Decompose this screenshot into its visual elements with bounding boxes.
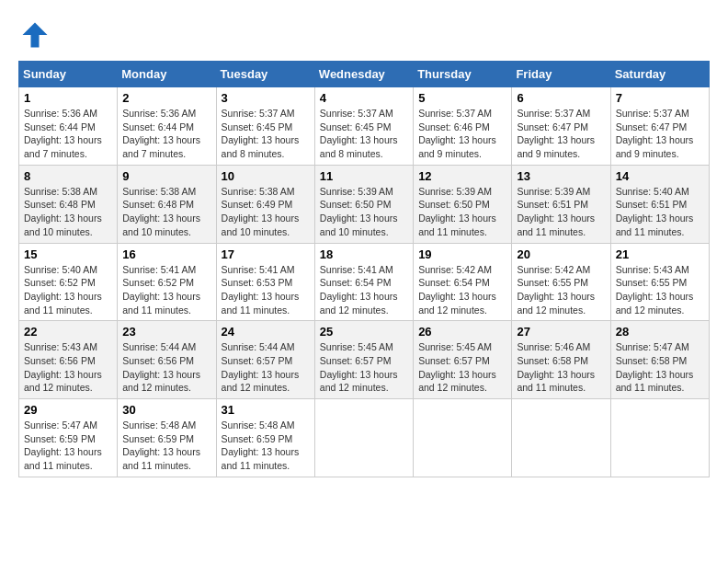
- page-header: [18, 18, 710, 52]
- table-row: 4Sunrise: 5:37 AMSunset: 6:45 PMDaylight…: [314, 87, 413, 166]
- day-number: 4: [320, 91, 408, 105]
- day-number: 2: [122, 91, 210, 105]
- table-row: 23Sunrise: 5:44 AMSunset: 6:56 PMDayligh…: [118, 321, 216, 399]
- table-row: 10Sunrise: 5:38 AMSunset: 6:49 PMDayligh…: [216, 165, 314, 243]
- day-number: 13: [517, 169, 605, 183]
- day-info: Sunrise: 5:39 AMSunset: 6:51 PMDaylight:…: [517, 185, 605, 239]
- day-info: Sunrise: 5:37 AMSunset: 6:45 PMDaylight:…: [320, 107, 408, 161]
- day-info: Sunrise: 5:46 AMSunset: 6:58 PMDaylight:…: [517, 340, 605, 395]
- day-number: 8: [24, 169, 112, 183]
- day-info: Sunrise: 5:37 AMSunset: 6:47 PMDaylight:…: [517, 107, 605, 161]
- table-row: [414, 399, 512, 477]
- header-sunday: Sunday: [19, 62, 118, 87]
- table-row: 13Sunrise: 5:39 AMSunset: 6:51 PMDayligh…: [512, 165, 610, 243]
- calendar-week-4: 22Sunrise: 5:43 AMSunset: 6:56 PMDayligh…: [19, 321, 710, 399]
- table-row: 19Sunrise: 5:42 AMSunset: 6:54 PMDayligh…: [414, 243, 512, 321]
- table-row: 6Sunrise: 5:37 AMSunset: 6:47 PMDaylight…: [512, 87, 610, 166]
- table-row: 20Sunrise: 5:42 AMSunset: 6:55 PMDayligh…: [512, 243, 610, 321]
- day-number: 29: [24, 403, 112, 417]
- table-row: [512, 399, 610, 477]
- table-row: [610, 399, 709, 477]
- table-row: [314, 399, 413, 477]
- day-info: Sunrise: 5:48 AMSunset: 6:59 PMDaylight:…: [122, 419, 210, 473]
- table-row: 18Sunrise: 5:41 AMSunset: 6:54 PMDayligh…: [314, 243, 413, 321]
- header-thursday: Thursday: [414, 62, 512, 87]
- day-number: 30: [122, 403, 210, 417]
- day-number: 11: [320, 169, 408, 183]
- header-tuesday: Tuesday: [216, 62, 314, 87]
- day-number: 27: [517, 325, 605, 339]
- day-info: Sunrise: 5:43 AMSunset: 6:55 PMDaylight:…: [616, 263, 704, 317]
- table-row: 26Sunrise: 5:45 AMSunset: 6:57 PMDayligh…: [414, 321, 512, 399]
- table-row: 31Sunrise: 5:48 AMSunset: 6:59 PMDayligh…: [216, 399, 314, 477]
- calendar-week-2: 8Sunrise: 5:38 AMSunset: 6:48 PMDaylight…: [19, 165, 710, 243]
- day-number: 14: [616, 169, 704, 183]
- table-row: 15Sunrise: 5:40 AMSunset: 6:52 PMDayligh…: [19, 243, 118, 321]
- table-row: 11Sunrise: 5:39 AMSunset: 6:50 PMDayligh…: [314, 165, 413, 243]
- day-number: 24: [222, 325, 310, 339]
- day-info: Sunrise: 5:40 AMSunset: 6:51 PMDaylight:…: [616, 185, 704, 239]
- day-info: Sunrise: 5:47 AMSunset: 6:59 PMDaylight:…: [24, 419, 112, 473]
- table-row: 17Sunrise: 5:41 AMSunset: 6:53 PMDayligh…: [216, 243, 314, 321]
- day-info: Sunrise: 5:41 AMSunset: 6:53 PMDaylight:…: [222, 263, 310, 317]
- table-row: 24Sunrise: 5:44 AMSunset: 6:57 PMDayligh…: [216, 321, 314, 399]
- day-number: 18: [320, 247, 408, 261]
- day-number: 5: [418, 91, 506, 105]
- table-row: 16Sunrise: 5:41 AMSunset: 6:52 PMDayligh…: [118, 243, 216, 321]
- day-number: 31: [222, 403, 310, 417]
- day-number: 9: [122, 169, 210, 183]
- day-info: Sunrise: 5:36 AMSunset: 6:44 PMDaylight:…: [24, 107, 112, 161]
- header-saturday: Saturday: [610, 62, 709, 87]
- day-number: 20: [517, 247, 605, 261]
- day-number: 28: [616, 325, 704, 339]
- day-info: Sunrise: 5:39 AMSunset: 6:50 PMDaylight:…: [418, 185, 506, 239]
- day-number: 10: [222, 169, 310, 183]
- day-number: 26: [418, 325, 506, 339]
- day-info: Sunrise: 5:38 AMSunset: 6:49 PMDaylight:…: [222, 185, 310, 239]
- day-number: 17: [222, 247, 310, 261]
- table-row: 7Sunrise: 5:37 AMSunset: 6:47 PMDaylight…: [610, 87, 709, 166]
- table-row: 5Sunrise: 5:37 AMSunset: 6:46 PMDaylight…: [414, 87, 512, 166]
- day-info: Sunrise: 5:39 AMSunset: 6:50 PMDaylight:…: [320, 185, 408, 239]
- logo-icon: [18, 18, 51, 52]
- logo: [18, 18, 57, 52]
- day-info: Sunrise: 5:37 AMSunset: 6:47 PMDaylight:…: [616, 107, 704, 161]
- day-number: 22: [24, 325, 112, 339]
- table-row: 29Sunrise: 5:47 AMSunset: 6:59 PMDayligh…: [19, 399, 118, 477]
- day-number: 7: [616, 91, 704, 105]
- day-number: 12: [418, 169, 506, 183]
- calendar-week-1: 1Sunrise: 5:36 AMSunset: 6:44 PMDaylight…: [19, 87, 710, 166]
- table-row: 8Sunrise: 5:38 AMSunset: 6:48 PMDaylight…: [19, 165, 118, 243]
- table-row: 12Sunrise: 5:39 AMSunset: 6:50 PMDayligh…: [414, 165, 512, 243]
- day-info: Sunrise: 5:48 AMSunset: 6:59 PMDaylight:…: [222, 419, 310, 473]
- table-row: 21Sunrise: 5:43 AMSunset: 6:55 PMDayligh…: [610, 243, 709, 321]
- calendar-week-3: 15Sunrise: 5:40 AMSunset: 6:52 PMDayligh…: [19, 243, 710, 321]
- table-row: 2Sunrise: 5:36 AMSunset: 6:44 PMDaylight…: [118, 87, 216, 166]
- table-row: 3Sunrise: 5:37 AMSunset: 6:45 PMDaylight…: [216, 87, 314, 166]
- calendar-table: SundayMondayTuesdayWednesdayThursdayFrid…: [18, 61, 710, 477]
- day-info: Sunrise: 5:44 AMSunset: 6:56 PMDaylight:…: [122, 340, 210, 395]
- day-info: Sunrise: 5:47 AMSunset: 6:58 PMDaylight:…: [616, 340, 704, 395]
- header-friday: Friday: [512, 62, 610, 87]
- day-number: 1: [24, 91, 112, 105]
- table-row: 27Sunrise: 5:46 AMSunset: 6:58 PMDayligh…: [512, 321, 610, 399]
- day-info: Sunrise: 5:37 AMSunset: 6:45 PMDaylight:…: [222, 107, 310, 161]
- day-info: Sunrise: 5:36 AMSunset: 6:44 PMDaylight:…: [122, 107, 210, 161]
- day-info: Sunrise: 5:38 AMSunset: 6:48 PMDaylight:…: [24, 185, 112, 239]
- day-info: Sunrise: 5:44 AMSunset: 6:57 PMDaylight:…: [222, 340, 310, 395]
- table-row: 1Sunrise: 5:36 AMSunset: 6:44 PMDaylight…: [19, 87, 118, 166]
- table-row: 25Sunrise: 5:45 AMSunset: 6:57 PMDayligh…: [314, 321, 413, 399]
- day-info: Sunrise: 5:45 AMSunset: 6:57 PMDaylight:…: [418, 340, 506, 395]
- day-info: Sunrise: 5:37 AMSunset: 6:46 PMDaylight:…: [418, 107, 506, 161]
- header-wednesday: Wednesday: [314, 62, 413, 87]
- calendar-week-5: 29Sunrise: 5:47 AMSunset: 6:59 PMDayligh…: [19, 399, 710, 477]
- day-info: Sunrise: 5:40 AMSunset: 6:52 PMDaylight:…: [24, 263, 112, 317]
- day-number: 15: [24, 247, 112, 261]
- table-row: 14Sunrise: 5:40 AMSunset: 6:51 PMDayligh…: [610, 165, 709, 243]
- day-info: Sunrise: 5:45 AMSunset: 6:57 PMDaylight:…: [320, 340, 408, 395]
- table-row: 9Sunrise: 5:38 AMSunset: 6:48 PMDaylight…: [118, 165, 216, 243]
- calendar-header-row: SundayMondayTuesdayWednesdayThursdayFrid…: [19, 62, 710, 87]
- day-number: 19: [418, 247, 506, 261]
- day-info: Sunrise: 5:41 AMSunset: 6:54 PMDaylight:…: [320, 263, 408, 317]
- svg-marker-0: [23, 23, 48, 48]
